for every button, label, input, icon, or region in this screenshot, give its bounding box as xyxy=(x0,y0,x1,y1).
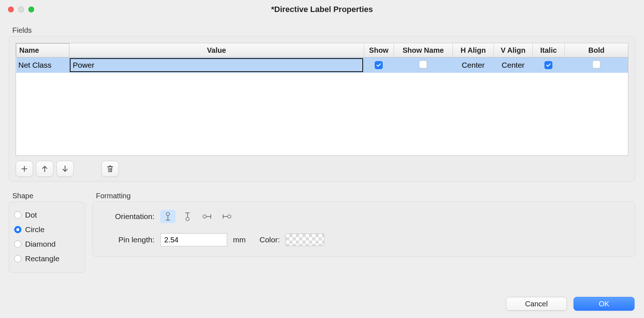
color-swatch[interactable] xyxy=(286,234,324,246)
shape-option-rectangle[interactable]: Rectangle xyxy=(14,251,80,266)
field-value-input[interactable] xyxy=(70,58,363,72)
pin-length-unit: mm xyxy=(233,235,246,244)
bold-checkbox[interactable] xyxy=(592,60,600,68)
field-name-cell[interactable]: Net Class xyxy=(16,57,69,73)
fields-label: Fields xyxy=(12,26,635,35)
h-align-cell[interactable]: Center xyxy=(453,57,494,73)
orientation-option-3[interactable] xyxy=(219,210,234,223)
shape-option-diamond[interactable]: Diamond xyxy=(14,237,80,251)
fields-table: Name Value Show Show Name H Align V Alig… xyxy=(16,43,628,156)
shape-option-dot[interactable]: Dot xyxy=(14,208,80,222)
svg-point-6 xyxy=(203,215,206,218)
formatting-label: Formatting xyxy=(96,192,635,200)
minimize-window-button[interactable] xyxy=(18,7,24,12)
col-h-align[interactable]: H Align xyxy=(453,44,494,57)
formatting-panel: Orientation: Pin length: mm Color: xyxy=(92,202,635,257)
shape-option-label: Diamond xyxy=(25,240,56,249)
move-up-button[interactable] xyxy=(36,161,53,177)
color-label: Color: xyxy=(259,235,280,244)
show-name-checkbox[interactable] xyxy=(419,60,427,68)
v-align-cell[interactable]: Center xyxy=(494,57,532,73)
radio-icon xyxy=(14,211,21,219)
window-controls xyxy=(8,7,34,12)
radio-icon xyxy=(14,226,21,233)
shape-option-label: Circle xyxy=(25,225,45,234)
shape-option-label: Rectangle xyxy=(25,254,60,263)
title-bar: *Directive Label Properties xyxy=(0,0,644,19)
shape-option-circle[interactable]: Circle xyxy=(14,222,80,237)
col-v-align[interactable]: V Align xyxy=(494,44,532,57)
col-value[interactable]: Value xyxy=(69,44,364,57)
svg-point-0 xyxy=(166,212,170,216)
orientation-option-0[interactable] xyxy=(160,210,176,223)
orientation-group xyxy=(160,210,234,223)
add-field-button[interactable] xyxy=(16,161,33,177)
col-show[interactable]: Show xyxy=(364,44,394,57)
window-title: *Directive Label Properties xyxy=(271,5,373,14)
fields-panel: Name Value Show Show Name H Align V Alig… xyxy=(9,36,635,182)
close-window-button[interactable] xyxy=(8,7,14,12)
shape-label: Shape xyxy=(12,192,85,200)
col-bold[interactable]: Bold xyxy=(564,44,628,57)
orientation-option-1[interactable] xyxy=(180,210,195,223)
table-row[interactable]: Net Class Center Center xyxy=(16,57,628,73)
orientation-label: Orientation: xyxy=(100,212,154,221)
shape-panel: DotCircleDiamondRectangle xyxy=(9,202,85,273)
orientation-option-2[interactable] xyxy=(200,210,215,223)
cancel-button[interactable]: Cancel xyxy=(506,297,567,311)
ok-button[interactable]: OK xyxy=(573,297,635,311)
radio-icon xyxy=(14,255,21,262)
radio-icon xyxy=(14,241,21,248)
col-italic[interactable]: Italic xyxy=(532,44,564,57)
delete-field-button[interactable] xyxy=(101,161,119,177)
col-name[interactable]: Name xyxy=(16,44,69,57)
col-show-name[interactable]: Show Name xyxy=(394,44,452,57)
dialog-footer: Cancel OK xyxy=(506,297,635,311)
svg-point-5 xyxy=(186,218,189,221)
svg-point-11 xyxy=(228,215,231,218)
pin-length-input[interactable] xyxy=(160,233,227,246)
shape-option-label: Dot xyxy=(25,211,37,219)
show-checkbox[interactable] xyxy=(375,61,383,69)
pin-length-label: Pin length: xyxy=(100,235,154,244)
move-down-button[interactable] xyxy=(56,161,74,177)
italic-checkbox[interactable] xyxy=(544,61,552,69)
zoom-window-button[interactable] xyxy=(28,7,34,12)
